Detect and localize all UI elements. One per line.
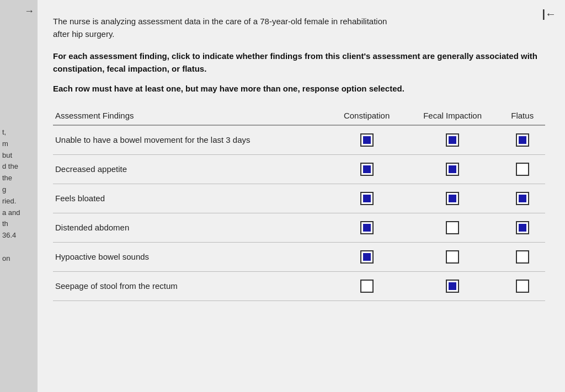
checkbox-constipation-row1[interactable] xyxy=(360,163,374,176)
checkbox-cell-flatus-row3[interactable] xyxy=(499,213,545,242)
instruction2: Each row must have at least one, but may… xyxy=(53,83,545,95)
checkbox-cell-flatus-row4[interactable] xyxy=(499,242,545,271)
sidebar-partial-text: t, m but d the the g ried. a and th 36.4… xyxy=(2,127,20,265)
checkbox-cell-constipation-row1[interactable] xyxy=(328,154,405,184)
checkbox-cell-fecal_impaction-row4[interactable] xyxy=(406,242,500,271)
table-row: Distended abdomen xyxy=(53,213,545,242)
checkbox-fecal_impaction-row1[interactable] xyxy=(446,163,459,176)
checkbox-constipation-row4[interactable] xyxy=(360,250,374,264)
table-row: Unable to have a bowel movement for the … xyxy=(53,125,545,155)
instruction1: For each assessment finding, click to in… xyxy=(53,50,545,75)
collapse-icon[interactable]: |← xyxy=(542,8,556,20)
table-row: Feels bloated xyxy=(53,184,545,213)
checkbox-cell-fecal_impaction-row2[interactable] xyxy=(406,184,500,213)
finding-cell: Decreased appetite xyxy=(53,154,328,184)
checkbox-cell-constipation-row2[interactable] xyxy=(328,184,405,213)
checkbox-flatus-row1[interactable] xyxy=(516,163,529,176)
intro-line1: The nurse is analyzing assessment data i… xyxy=(53,17,387,26)
table-row: Hypoactive bowel sounds xyxy=(53,242,545,271)
intro-line2: after hip surgery. xyxy=(53,29,114,39)
checkbox-cell-flatus-row0[interactable] xyxy=(499,125,545,155)
checkbox-cell-constipation-row0[interactable] xyxy=(328,125,405,155)
arrow-icon[interactable]: → xyxy=(24,6,34,17)
checkbox-constipation-row0[interactable] xyxy=(360,133,374,147)
left-sidebar: → t, m but d the the g ried. a and th 36… xyxy=(0,0,38,392)
checkbox-cell-flatus-row1[interactable] xyxy=(499,154,545,184)
assessment-table: Assessment Findings Constipation Fecal I… xyxy=(53,106,545,301)
checkbox-fecal_impaction-row5[interactable] xyxy=(446,280,459,293)
checkbox-cell-fecal_impaction-row3[interactable] xyxy=(406,213,500,242)
checkbox-fecal_impaction-row3[interactable] xyxy=(446,221,459,234)
col-header-findings: Assessment Findings xyxy=(53,106,328,125)
checkbox-cell-flatus-row5[interactable] xyxy=(499,271,545,300)
col-header-constipation: Constipation xyxy=(328,106,405,125)
finding-cell: Feels bloated xyxy=(53,184,328,213)
checkbox-flatus-row5[interactable] xyxy=(516,280,529,293)
table-row: Decreased appetite xyxy=(53,154,545,184)
checkbox-constipation-row2[interactable] xyxy=(360,192,374,205)
checkbox-cell-fecal_impaction-row0[interactable] xyxy=(406,125,500,155)
col-header-fecal-impaction: Fecal Impaction xyxy=(406,106,500,125)
checkbox-fecal_impaction-row2[interactable] xyxy=(446,192,459,205)
col-header-flatus: Flatus xyxy=(499,106,545,125)
checkbox-flatus-row2[interactable] xyxy=(516,192,529,205)
checkbox-cell-constipation-row5[interactable] xyxy=(328,271,405,300)
finding-cell: Seepage of stool from the rectum xyxy=(53,271,328,300)
checkbox-constipation-row3[interactable] xyxy=(360,221,374,234)
main-content: |← The nurse is analyzing assessment dat… xyxy=(38,0,565,392)
table-row: Seepage of stool from the rectum xyxy=(53,271,545,300)
checkbox-cell-fecal_impaction-row5[interactable] xyxy=(406,271,500,300)
checkbox-fecal_impaction-row0[interactable] xyxy=(446,133,459,147)
checkbox-constipation-row5[interactable] xyxy=(360,280,374,293)
finding-cell: Hypoactive bowel sounds xyxy=(53,242,328,271)
checkbox-flatus-row0[interactable] xyxy=(516,133,529,147)
checkbox-cell-constipation-row3[interactable] xyxy=(328,213,405,242)
checkbox-cell-flatus-row2[interactable] xyxy=(499,184,545,213)
finding-cell: Distended abdomen xyxy=(53,213,328,242)
checkbox-cell-fecal_impaction-row1[interactable] xyxy=(406,154,500,184)
checkbox-flatus-row3[interactable] xyxy=(516,221,529,234)
checkbox-flatus-row4[interactable] xyxy=(516,250,529,264)
checkbox-cell-constipation-row4[interactable] xyxy=(328,242,405,271)
intro-paragraph: The nurse is analyzing assessment data i… xyxy=(53,15,545,40)
finding-cell: Unable to have a bowel movement for the … xyxy=(53,125,328,155)
checkbox-fecal_impaction-row4[interactable] xyxy=(446,250,459,264)
